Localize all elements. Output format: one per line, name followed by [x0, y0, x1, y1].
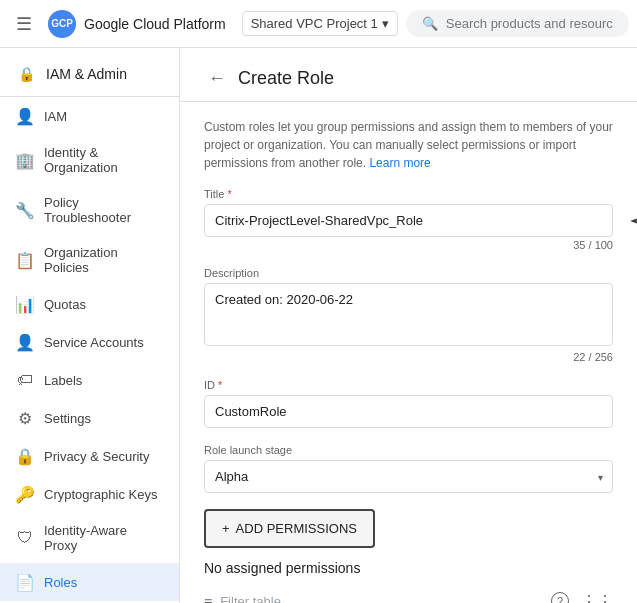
- description-label: Description: [204, 267, 613, 279]
- sidebar-item-label: Organization Policies: [44, 245, 163, 275]
- sidebar-item-label: Service Accounts: [44, 335, 144, 350]
- sidebar-item-iam[interactable]: 👤 IAM: [0, 97, 179, 135]
- search-input[interactable]: [446, 16, 613, 31]
- labels-icon: 🏷: [16, 371, 34, 389]
- gcp-logo-icon: GCP: [48, 10, 76, 38]
- service-accounts-icon: 👤: [16, 333, 34, 351]
- description-input[interactable]: [204, 283, 613, 346]
- table-toolbar: ≡ Filter table ? ⋮⋮: [204, 584, 613, 603]
- add-permissions-button[interactable]: + ADD PERMISSIONS: [204, 509, 375, 548]
- org-policies-icon: 📋: [16, 251, 34, 269]
- sidebar-item-label: Identity & Organization: [44, 145, 163, 175]
- sidebar-item-label: Privacy & Security: [44, 449, 149, 464]
- sidebar-item-label: Cryptographic Keys: [44, 487, 157, 502]
- sidebar-item-service-accounts[interactable]: 👤 Service Accounts: [0, 323, 179, 361]
- title-char-count: 35 / 100: [204, 239, 613, 251]
- sidebar: 🔒 IAM & Admin 👤 IAM 🏢 Identity & Organiz…: [0, 48, 180, 603]
- policy-icon: 🔧: [16, 201, 34, 219]
- quotas-icon: 📊: [16, 295, 34, 313]
- sidebar-item-org-policies[interactable]: 📋 Organization Policies: [0, 235, 179, 285]
- description-char-count: 22 / 256: [204, 351, 613, 363]
- app-logo: GCP Google Cloud Platform: [48, 10, 226, 38]
- arrow-annotation: [623, 201, 637, 241]
- page-title: Create Role: [238, 68, 334, 89]
- back-button[interactable]: ←: [204, 64, 230, 93]
- title-label: Title *: [204, 188, 613, 200]
- identity-icon: 🏢: [16, 151, 34, 169]
- content-header: ← Create Role: [180, 48, 637, 102]
- sidebar-item-label: Labels: [44, 373, 82, 388]
- sidebar-item-label: Roles: [44, 575, 77, 590]
- title-form-group: Title * 35 / 100: [204, 188, 613, 251]
- sidebar-item-crypto[interactable]: 🔑 Cryptographic Keys: [0, 475, 179, 513]
- settings-icon: ⚙: [16, 409, 34, 427]
- iam-admin-icon: 🔒: [16, 64, 36, 84]
- launch-stage-label: Role launch stage: [204, 444, 613, 456]
- sidebar-item-label: Settings: [44, 411, 91, 426]
- help-icon[interactable]: ?: [551, 592, 569, 603]
- launch-stage-form-group: Role launch stage AlphaBetaGADisabled ▾: [204, 444, 613, 493]
- filter-icon: ≡: [204, 594, 212, 604]
- project-selector[interactable]: Shared VPC Project 1 ▾: [242, 11, 398, 36]
- sidebar-item-label: Policy Troubleshooter: [44, 195, 163, 225]
- roles-icon: 📄: [16, 573, 34, 591]
- columns-icon[interactable]: ⋮⋮: [581, 592, 613, 603]
- sidebar-header: 🔒 IAM & Admin: [0, 48, 179, 97]
- iam-icon: 👤: [16, 107, 34, 125]
- title-required-marker: *: [224, 188, 231, 200]
- add-permissions-label: ADD PERMISSIONS: [236, 521, 357, 536]
- sidebar-item-label: Identity-Aware Proxy: [44, 523, 163, 553]
- sidebar-item-labels[interactable]: 🏷 Labels: [0, 361, 179, 399]
- sidebar-item-label: Quotas: [44, 297, 86, 312]
- sidebar-item-privacy[interactable]: 🔒 Privacy & Security: [0, 437, 179, 475]
- learn-more-link[interactable]: Learn more: [369, 156, 430, 170]
- search-icon: 🔍: [422, 16, 438, 31]
- table-icons: ? ⋮⋮: [551, 592, 613, 603]
- description-text: Custom roles let you group permissions a…: [204, 118, 613, 172]
- top-bar: ☰ GCP Google Cloud Platform Shared VPC P…: [0, 0, 637, 48]
- sidebar-item-label: IAM: [44, 109, 67, 124]
- id-input[interactable]: [204, 395, 613, 428]
- crypto-icon: 🔑: [16, 485, 34, 503]
- sidebar-item-settings[interactable]: ⚙ Settings: [0, 399, 179, 437]
- sidebar-item-quotas[interactable]: 📊 Quotas: [0, 285, 179, 323]
- sidebar-item-identity-proxy[interactable]: 🛡 Identity-Aware Proxy: [0, 513, 179, 563]
- project-dropdown-icon: ▾: [382, 16, 389, 31]
- sidebar-item-roles[interactable]: 📄 Roles: [0, 563, 179, 601]
- id-form-group: ID *: [204, 379, 613, 428]
- search-bar[interactable]: 🔍: [406, 10, 629, 37]
- main-layout: 🔒 IAM & Admin 👤 IAM 🏢 Identity & Organiz…: [0, 48, 637, 603]
- sidebar-header-label: IAM & Admin: [46, 66, 127, 82]
- permissions-section: No assigned permissions ≡ Filter table ?…: [204, 560, 613, 603]
- launch-stage-select-wrapper: AlphaBetaGADisabled ▾: [204, 460, 613, 493]
- sidebar-item-identity[interactable]: 🏢 Identity & Organization: [0, 135, 179, 185]
- content-area: ← Create Role Custom roles let you group…: [180, 48, 637, 603]
- add-permissions-plus-icon: +: [222, 521, 230, 536]
- identity-proxy-icon: 🛡: [16, 529, 34, 547]
- sidebar-item-policy[interactable]: 🔧 Policy Troubleshooter: [0, 185, 179, 235]
- title-input[interactable]: [204, 204, 613, 237]
- id-required-marker: *: [215, 379, 222, 391]
- privacy-icon: 🔒: [16, 447, 34, 465]
- id-label: ID *: [204, 379, 613, 391]
- no-permissions-title: No assigned permissions: [204, 560, 613, 576]
- menu-icon[interactable]: ☰: [8, 5, 40, 43]
- project-name: Shared VPC Project 1: [251, 16, 378, 31]
- description-form-group: Description 22 / 256: [204, 267, 613, 363]
- svg-marker-0: [633, 206, 637, 236]
- content-body: Custom roles let you group permissions a…: [180, 102, 637, 603]
- app-name: Google Cloud Platform: [84, 16, 226, 32]
- filter-placeholder: Filter table: [220, 594, 543, 603]
- launch-stage-select[interactable]: AlphaBetaGADisabled: [204, 460, 613, 493]
